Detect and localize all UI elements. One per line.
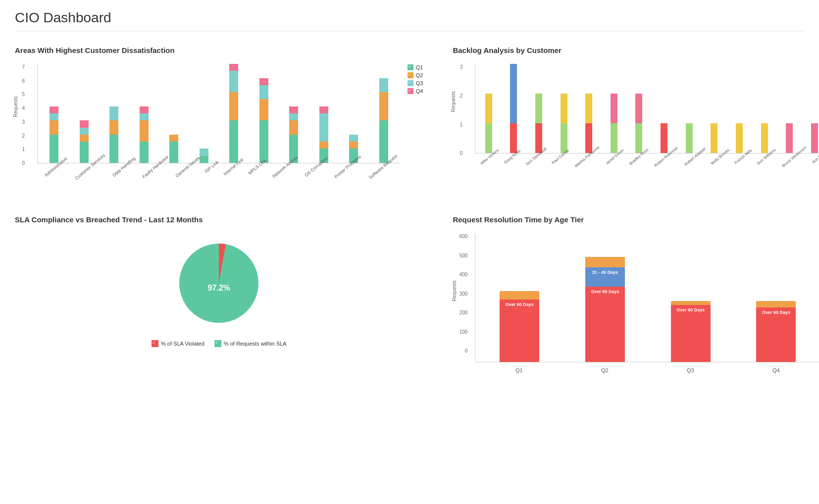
bar-group xyxy=(602,94,626,153)
bar-segment xyxy=(80,128,89,135)
bar-segment xyxy=(80,135,89,142)
bar-group xyxy=(527,94,551,153)
bar-group xyxy=(219,64,248,163)
bar-segment xyxy=(661,123,667,153)
resolution-bar-segment: Over 60 Days xyxy=(500,300,539,362)
legend-item: ✓Q4 xyxy=(408,88,423,94)
bar-segment xyxy=(229,64,238,71)
bar-segment xyxy=(50,135,58,163)
bar-segment xyxy=(50,113,58,120)
bar-segment xyxy=(561,94,567,123)
sla-title: SLA Compliance vs Breached Trend - Last … xyxy=(15,215,423,224)
bar-segment xyxy=(585,94,592,123)
bar-segment xyxy=(379,92,388,120)
resolution-title: Request Resolution Time by Age Tier xyxy=(453,215,819,224)
resolution-chart: Request Resolution Time by Age Tier 0 10… xyxy=(453,215,819,373)
bar-group xyxy=(577,94,601,153)
bar-segment xyxy=(229,71,238,92)
bar-segment xyxy=(259,120,268,163)
bar-segment xyxy=(349,135,358,142)
bar-segment xyxy=(510,64,517,123)
bar-segment xyxy=(379,78,388,93)
resolution-bar-segment: Over 60 Days xyxy=(756,307,796,362)
backlog-chart: Backlog Analysis by Customer 0 1 2 3 Req… xyxy=(453,46,819,196)
page-title: CIO Dashboard xyxy=(15,10,804,26)
resolution-bar-group: Over 60 Days31 - 45 Days xyxy=(568,257,642,362)
sla-chart: SLA Compliance vs Breached Trend - Last … xyxy=(15,215,423,373)
resolution-bar-segment: Over 60 Days xyxy=(585,287,625,362)
bar-segment xyxy=(319,113,328,142)
bar-group xyxy=(69,120,98,163)
bar-segment xyxy=(80,142,89,163)
bar-group xyxy=(476,94,501,153)
resolution-bar-segment xyxy=(756,301,796,307)
bar-segment xyxy=(259,78,268,85)
resolution-bar-segment xyxy=(500,291,539,300)
bar-segment xyxy=(811,123,818,153)
bar-segment xyxy=(140,106,149,113)
bar-segment xyxy=(229,120,238,163)
bar-segment xyxy=(485,94,492,123)
bar-segment xyxy=(259,99,268,120)
bar-segment xyxy=(50,120,58,135)
bar-segment xyxy=(485,123,492,153)
resolution-bar-segment xyxy=(585,257,625,268)
bar-segment xyxy=(289,106,298,113)
bar-segment xyxy=(635,94,642,123)
backlog-title: Backlog Analysis by Customer xyxy=(453,46,819,54)
pie-percentage: 97.2% xyxy=(208,284,230,293)
dissatisfaction-title: Areas With Highest Customer Dissatisfact… xyxy=(15,46,423,54)
bar-segment xyxy=(80,120,89,127)
bar-segment xyxy=(761,123,768,153)
bar-group xyxy=(502,64,526,153)
bar-segment xyxy=(349,142,358,149)
bar-group xyxy=(129,106,158,163)
bar-segment xyxy=(50,106,58,113)
bar-group xyxy=(627,94,651,153)
bar-segment xyxy=(786,123,793,153)
resolution-bar-segment xyxy=(671,301,711,305)
dissatisfaction-chart: Areas With Highest Customer Dissatisfact… xyxy=(15,46,423,196)
resolution-bar-group: Over 60 Days xyxy=(483,291,556,362)
bar-segment xyxy=(736,123,743,153)
bar-segment xyxy=(611,123,617,153)
bar-segment xyxy=(379,120,388,163)
bar-segment xyxy=(319,142,328,149)
resolution-bar-group: Over 60 Days xyxy=(654,301,727,362)
bar-segment xyxy=(109,106,118,121)
pie-chart: 97.2% xyxy=(169,234,268,333)
resolution-bar-segment: Over 60 Days xyxy=(671,305,711,362)
bar-segment xyxy=(109,135,118,163)
bar-segment xyxy=(259,85,268,100)
bar-segment xyxy=(611,94,617,123)
resolution-bar-segment: 31 - 45 Days xyxy=(585,267,625,287)
bar-group xyxy=(369,78,398,163)
legend-item: ✓Q2 xyxy=(408,72,423,78)
bar-group xyxy=(249,78,278,163)
bar-segment xyxy=(711,123,717,153)
bar-segment xyxy=(140,113,149,120)
bar-segment xyxy=(140,120,149,142)
bar-segment xyxy=(535,94,542,123)
legend-item: ✓Q1 xyxy=(408,64,423,70)
legend-item: ✓Q3 xyxy=(408,80,423,86)
resolution-bar-group: Over 60 Days xyxy=(740,301,813,362)
bar-segment xyxy=(109,120,118,135)
bar-segment xyxy=(169,135,178,142)
bar-segment xyxy=(289,113,298,120)
bar-segment xyxy=(289,120,298,135)
bar-segment xyxy=(200,149,208,155)
bar-segment xyxy=(686,123,693,153)
sla-legend: ✓ % of SLA Violated ✓ % of Requests with… xyxy=(152,340,286,347)
bar-group xyxy=(552,94,576,153)
bar-segment xyxy=(229,92,238,120)
bar-segment xyxy=(140,142,149,163)
bar-segment xyxy=(319,106,328,113)
